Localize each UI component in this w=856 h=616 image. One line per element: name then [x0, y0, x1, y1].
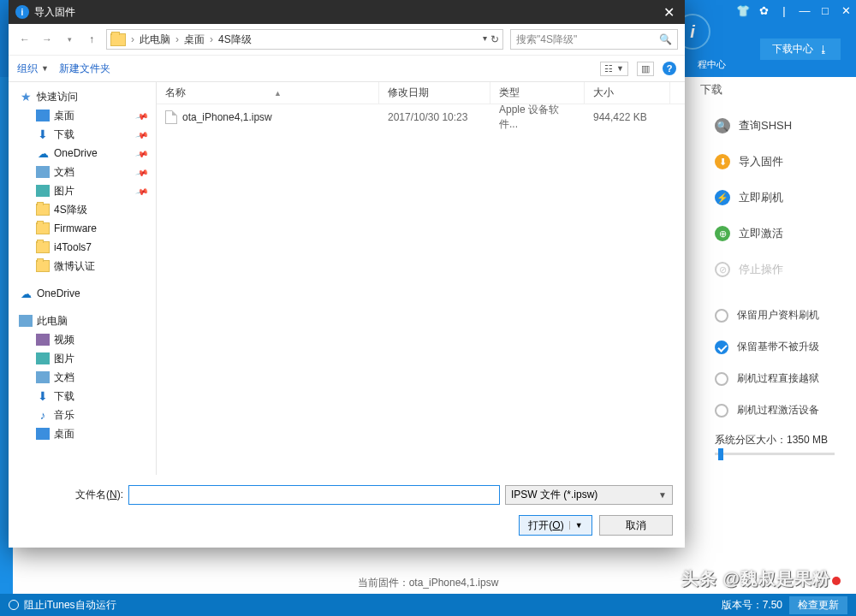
version-label: 版本号：7.50: [722, 598, 782, 613]
dialog-title-bar: i 导入固件 ✕: [9, 0, 685, 24]
tree-item[interactable]: ⬇ 下载 📌: [9, 125, 156, 144]
dialog-close-button[interactable]: ✕: [660, 4, 678, 21]
address-bar[interactable]: › 此电脑 › 桌面 › 4S降级 ▾ ↻: [106, 29, 503, 50]
tree-item[interactable]: 文档: [9, 368, 156, 387]
radio-icon: [715, 309, 728, 323]
ic-fold-icon: [36, 260, 50, 272]
tree-item[interactable]: ♪ 音乐: [9, 406, 156, 424]
tree-item[interactable]: i4Tools7: [9, 238, 156, 257]
tree-item[interactable]: ★ 快速访问: [9, 87, 156, 106]
tree-label: 视频: [54, 333, 74, 347]
tree-label: 桌面: [54, 427, 74, 441]
ic-cloud-icon: ☁: [19, 287, 33, 299]
addr-dropdown-icon[interactable]: ▾: [483, 33, 487, 45]
tree-item[interactable]: 4S降级: [9, 200, 156, 219]
radio-icon: [715, 372, 728, 386]
nav-recent-button[interactable]: ▾: [60, 30, 79, 49]
status-circle-icon: [9, 600, 19, 610]
crumb-folder[interactable]: 4S降级: [215, 33, 255, 47]
tree-item[interactable]: ☁ OneDrive 📌: [9, 144, 156, 163]
file-row[interactable]: ota_iPhone4,1.ipsw 2017/10/30 10:23Apple…: [157, 108, 685, 127]
tree-item[interactable]: 文档 📌: [9, 163, 156, 181]
download-center-area: 下载中心⭳: [760, 38, 841, 60]
file-filter-dropdown[interactable]: IPSW 文件 (*.ipsw)▼: [505, 485, 673, 505]
sort-asc-icon: ▲: [274, 89, 282, 98]
tree-item[interactable]: ⬇ 下载: [9, 387, 156, 406]
file-list-area[interactable]: 名称▲ 修改日期 类型 大小 ota_iPhone4,1.ipsw 2017/1…: [157, 82, 685, 475]
col-name[interactable]: 名称▲: [157, 82, 379, 104]
radio-icon: [715, 341, 728, 354]
column-headers: 名称▲ 修改日期 类型 大小: [157, 82, 685, 104]
tree-item[interactable]: 视频: [9, 330, 156, 349]
search-input[interactable]: 搜索"4S降级" 🔍: [510, 29, 678, 50]
col-date[interactable]: 修改日期: [379, 82, 490, 104]
nav-up-button[interactable]: ↑: [82, 30, 101, 49]
cancel-button[interactable]: 取消: [599, 515, 673, 536]
minimize-icon[interactable]: —: [794, 0, 815, 21]
tree-label: 音乐: [54, 408, 74, 423]
new-folder-button[interactable]: 新建文件夹: [59, 62, 110, 76]
action-item[interactable]: ⚡ 立即刷机: [704, 180, 856, 216]
ic-desk-icon: [36, 110, 50, 121]
pin-icon: 📌: [135, 127, 149, 141]
nav-back-button[interactable]: ←: [15, 30, 34, 49]
tree-item[interactable]: 桌面: [9, 424, 156, 443]
open-button[interactable]: 打开(O)▼: [519, 515, 592, 536]
tree-item[interactable]: 图片: [9, 349, 156, 368]
tree-item[interactable]: 微博认证: [9, 257, 156, 275]
col-size[interactable]: 大小: [585, 82, 670, 104]
option-row[interactable]: 保留基带不被升级: [704, 331, 856, 363]
ic-pic-icon: [36, 352, 50, 364]
tree-item[interactable]: ☁ OneDrive: [9, 284, 156, 303]
ic-pic-icon: [36, 185, 50, 197]
tree-label: 文档: [54, 370, 74, 385]
dialog-footer: 文件名(N): IPSW 文件 (*.ipsw)▼ 打开(O)▼ 取消: [9, 475, 685, 548]
action-item[interactable]: ⊕ 立即激活: [704, 216, 856, 252]
tree-item[interactable]: 图片 📌: [9, 181, 156, 200]
tree-label: 文档: [54, 165, 74, 180]
crumb-pc[interactable]: 此电脑: [136, 33, 174, 47]
gear-icon[interactable]: ✿: [753, 0, 774, 21]
action-icon: ⬇: [715, 154, 730, 169]
divider-icon: |: [774, 0, 794, 21]
chevron-down-icon: ▼: [658, 490, 667, 500]
option-row[interactable]: 保留用户资料刷机: [704, 299, 856, 331]
option-row[interactable]: 刷机过程激活设备: [704, 394, 856, 426]
split-dropdown-icon[interactable]: ▼: [569, 521, 583, 530]
organize-dropdown-icon[interactable]: ▼: [41, 64, 49, 73]
tree-item[interactable]: 桌面 📌: [9, 106, 156, 125]
action-item[interactable]: ⬇ 导入固件: [704, 144, 856, 180]
dialog-title: 导入固件: [34, 5, 75, 20]
close-icon[interactable]: ✕: [835, 0, 856, 21]
tree-label: OneDrive: [54, 147, 98, 159]
organize-button[interactable]: 组织: [17, 62, 38, 76]
ic-star-icon: ★: [19, 91, 33, 103]
refresh-icon[interactable]: ↻: [490, 33, 499, 45]
col-type[interactable]: 类型: [490, 82, 585, 104]
view-mode-button[interactable]: ☷ ▼: [600, 62, 628, 76]
tab-download[interactable]: 下载: [700, 82, 722, 98]
tree-item[interactable]: 此电脑: [9, 311, 156, 330]
ic-doc-icon: [36, 166, 50, 178]
folder-icon: [110, 33, 126, 46]
help-icon[interactable]: ?: [663, 62, 676, 75]
partition-slider[interactable]: 系统分区大小：1350 MB: [704, 426, 856, 462]
option-row[interactable]: 刷机过程直接越狱: [704, 363, 856, 394]
action-item[interactable]: 🔍 查询SHSH: [704, 108, 856, 144]
download-center-button[interactable]: 下载中心⭳: [760, 38, 841, 60]
crumb-desktop[interactable]: 桌面: [181, 33, 208, 47]
preview-pane-button[interactable]: ▥: [637, 62, 654, 76]
tree-label: i4Tools7: [54, 241, 92, 253]
action-icon: ⊕: [715, 226, 730, 241]
watermark: 头条 @魏叔是果粉: [681, 567, 841, 590]
ic-cloud-icon: ☁: [36, 147, 50, 159]
filename-input[interactable]: [128, 485, 500, 505]
maximize-icon[interactable]: □: [815, 0, 835, 21]
folder-tree[interactable]: ★ 快速访问 桌面 📌 ⬇ 下载 📌 ☁ OneDrive 📌 文档 📌 图片 …: [9, 82, 157, 475]
nav-bar: ← → ▾ ↑ › 此电脑 › 桌面 › 4S降级 ▾ ↻ 搜索"4S降级" 🔍: [9, 24, 685, 55]
check-update-button[interactable]: 检查更新: [789, 596, 847, 614]
block-itunes-label[interactable]: 阻止iTunes自动运行: [24, 598, 116, 613]
tshirt-icon[interactable]: 👕: [733, 0, 753, 21]
app-label: 程中心: [698, 58, 726, 71]
tree-item[interactable]: Firmware: [9, 219, 156, 238]
